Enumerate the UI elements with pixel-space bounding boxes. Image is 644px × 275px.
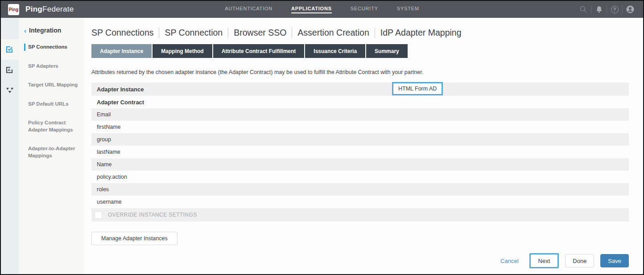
footer-actions: Cancel Next Done Save bbox=[91, 253, 629, 268]
brand-bold: Ping bbox=[25, 5, 42, 13]
top-bar: Ping PingFederate AUTHENTICATION APPLICA… bbox=[1, 1, 643, 18]
adapter-instance-row: Adapter Instance HTML Form AD bbox=[91, 82, 629, 96]
breadcrumb: SP Connections SP Connection Browser SSO… bbox=[91, 28, 629, 38]
sidebar-item-sp-default-urls[interactable]: SP Default URLs bbox=[24, 101, 84, 108]
top-nav: AUTHENTICATION APPLICATIONS SECURITY SYS… bbox=[225, 6, 419, 13]
override-instance-settings-label: OVERRIDE INSTANCE SETTINGS bbox=[108, 212, 197, 218]
sp-adapters-icon[interactable]: A bbox=[1, 60, 19, 80]
breadcrumb-browser-sso: Browser SSO bbox=[228, 28, 286, 38]
contract-attribute-row: policy.action bbox=[91, 171, 629, 183]
breadcrumb-assertion-creation: Assertion Creation bbox=[292, 28, 369, 38]
adapter-contract-header: Adapter Contract bbox=[91, 96, 629, 108]
contract-attribute-row: group bbox=[91, 133, 629, 146]
tab-mapping-method[interactable]: Mapping Method bbox=[153, 44, 212, 58]
contract-attribute-row: username bbox=[91, 196, 629, 208]
sp-connections-icon[interactable] bbox=[1, 39, 19, 60]
sidebar-item-sp-connections[interactable]: SP Connections bbox=[24, 44, 84, 51]
adapter-letter: A bbox=[8, 68, 11, 72]
tab-summary[interactable]: Summary bbox=[366, 44, 408, 58]
search-icon[interactable] bbox=[576, 5, 591, 13]
contract-attribute-row: roles bbox=[91, 183, 629, 196]
notifications-bell-icon[interactable] bbox=[591, 5, 607, 13]
tab-adapter-instance[interactable]: Adapter Instance bbox=[91, 44, 152, 58]
tab-issuance-criteria[interactable]: Issuance Criteria bbox=[305, 44, 365, 58]
contract-attribute-row: lastName bbox=[91, 146, 629, 158]
nav-authentication[interactable]: AUTHENTICATION bbox=[225, 6, 272, 13]
adapter-instance-label: Adapter Instance bbox=[97, 86, 144, 93]
brand-light: Federate bbox=[42, 5, 74, 13]
sidebar-section-title: Integration bbox=[29, 27, 61, 34]
mappings-icon[interactable] bbox=[1, 80, 19, 101]
sidebar-back-integration[interactable]: ‹ Integration bbox=[24, 27, 84, 34]
ping-logo: Ping bbox=[8, 4, 19, 15]
adapter-table: Adapter Instance HTML Form AD Adapter Co… bbox=[91, 82, 629, 222]
breadcrumb-idp-adapter-mapping: IdP Adapter Mapping bbox=[375, 28, 462, 38]
override-instance-settings-row: OVERRIDE INSTANCE SETTINGS bbox=[91, 208, 629, 222]
top-icon-group: ? bbox=[576, 5, 638, 14]
nav-system[interactable]: SYSTEM bbox=[397, 6, 419, 13]
sidebar-icon-strip: A bbox=[1, 18, 19, 274]
main-content: SP Connections SP Connection Browser SSO… bbox=[84, 18, 643, 274]
contract-attribute-row: Name bbox=[91, 158, 629, 171]
help-icon[interactable]: ? bbox=[607, 6, 622, 13]
sidebar: ‹ Integration SP Connections SP Adapters… bbox=[19, 18, 84, 274]
nav-applications[interactable]: APPLICATIONS bbox=[291, 6, 332, 13]
done-button[interactable]: Done bbox=[565, 254, 594, 267]
sidebar-item-sp-adapters[interactable]: SP Adapters bbox=[24, 63, 84, 70]
sidebar-item-policy-contract-adapter-mappings[interactable]: Policy Contract Adapter Mappings bbox=[24, 119, 77, 133]
next-button[interactable]: Next bbox=[529, 253, 559, 268]
save-button[interactable]: Save bbox=[600, 254, 629, 267]
app-window: Ping PingFederate AUTHENTICATION APPLICA… bbox=[0, 0, 644, 275]
tab-attribute-contract-fulfillment[interactable]: Attribute Contract Fulfillment bbox=[213, 44, 305, 58]
adapter-instance-value[interactable]: HTML Form AD bbox=[392, 82, 443, 95]
sidebar-item-adapter-to-adapter-mappings[interactable]: Adapter-to-Adapter Mappings bbox=[24, 145, 78, 159]
app-title: PingFederate bbox=[25, 5, 74, 14]
sidebar-item-target-url-mapping[interactable]: Target URL Mapping bbox=[24, 82, 84, 89]
contract-attribute-row: Email bbox=[91, 108, 629, 121]
breadcrumb-sp-connection: SP Connection bbox=[159, 28, 223, 38]
manage-adapter-instances-button[interactable]: Manage Adapter Instances bbox=[91, 232, 178, 245]
nav-security[interactable]: SECURITY bbox=[351, 6, 378, 13]
chevron-left-icon: ‹ bbox=[24, 27, 26, 34]
contract-attribute-row: firstName bbox=[91, 121, 629, 133]
tab-bar: Adapter Instance Mapping Method Attribut… bbox=[91, 44, 629, 58]
override-instance-settings-checkbox[interactable] bbox=[95, 211, 102, 219]
page-description: Attributes returned by the chosen adapte… bbox=[91, 69, 629, 75]
breadcrumb-sp-connections: SP Connections bbox=[91, 28, 153, 38]
cancel-link[interactable]: Cancel bbox=[500, 258, 518, 264]
app-body: A ‹ Integration SP Connections SP Adapte… bbox=[1, 18, 643, 274]
user-avatar-icon[interactable] bbox=[623, 5, 638, 14]
